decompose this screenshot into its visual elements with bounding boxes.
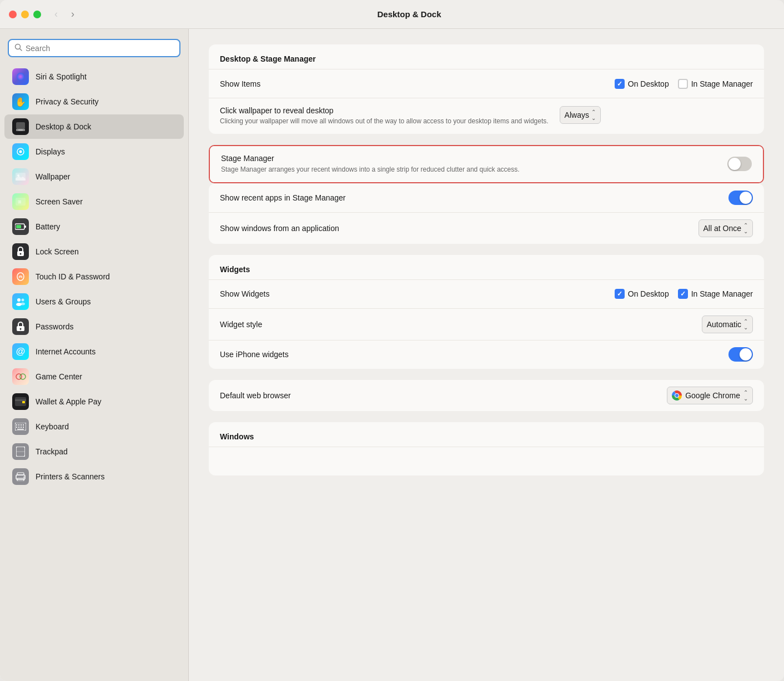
- use-iphone-widgets-row: Use iPhone widgets: [209, 340, 764, 369]
- click-wallpaper-select[interactable]: Always ⌃⌄: [560, 106, 601, 124]
- show-windows-select[interactable]: All at Once ⌃⌄: [698, 219, 753, 237]
- maximize-button[interactable]: [33, 11, 41, 18]
- widget-style-arrows-icon: ⌃⌄: [743, 318, 748, 331]
- svg-rect-35: [16, 427, 17, 428]
- windows-section-header: Windows: [209, 422, 764, 447]
- search-box[interactable]: [8, 39, 180, 57]
- stage-manager-row: Stage Manager Stage Manager arranges you…: [210, 146, 763, 182]
- on-desktop-checkbox[interactable]: [615, 79, 625, 89]
- stage-manager-text: Stage Manager Stage Manager arranges you…: [221, 154, 716, 174]
- svg-point-16: [20, 253, 22, 255]
- click-wallpaper-label: Click wallpaper to reveal desktop: [220, 106, 549, 115]
- stage-manager-toggle[interactable]: [727, 157, 752, 171]
- game-center-icon: [12, 368, 29, 385]
- titlebar: ‹ › Desktop & Dock: [0, 0, 784, 29]
- select-arrows-icon: ⌃⌄: [591, 109, 596, 121]
- widgets-section: Widgets Show Widgets On Desktop In Stage: [209, 255, 764, 369]
- sidebar-item-touch-id-password[interactable]: Touch ID & Password: [4, 264, 184, 289]
- svg-rect-28: [15, 399, 26, 401]
- widgets-in-stage-manager-checkbox[interactable]: [678, 289, 688, 299]
- click-wallpaper-sublabel: Clicking your wallpaper will move all wi…: [220, 117, 549, 126]
- window-title: Desktop & Dock: [88, 9, 731, 19]
- sidebar-item-printers-scanners[interactable]: Printers & Scanners: [4, 464, 184, 489]
- svg-point-2: [17, 73, 24, 81]
- show-windows-label: Show windows from an application: [220, 224, 698, 233]
- show-widgets-label: Show Widgets: [220, 289, 615, 298]
- sidebar-item-desktop-dock[interactable]: Desktop & Dock: [4, 114, 184, 139]
- sidebar-item-label: Printers & Scanners: [36, 472, 105, 481]
- sidebar-item-game-center[interactable]: Game Center: [4, 364, 184, 389]
- battery-icon: [12, 218, 29, 235]
- minimize-button[interactable]: [21, 11, 29, 18]
- system-preferences-window: ‹ › Desktop & Dock: [0, 0, 784, 681]
- default-browser-select[interactable]: Google Chrome ⌃⌄: [667, 387, 753, 404]
- wallpaper-icon: [12, 168, 29, 185]
- svg-rect-24: [21, 329, 21, 331]
- passwords-icon: [12, 318, 29, 335]
- default-browser-row: Default web browser: [209, 380, 764, 411]
- close-button[interactable]: [9, 11, 17, 18]
- screen-saver-icon: ⊞: [12, 193, 29, 210]
- widget-style-select[interactable]: Automatic ⌃⌄: [702, 316, 753, 333]
- svg-text:⊞: ⊞: [18, 199, 22, 204]
- svg-rect-34: [23, 424, 24, 425]
- widget-style-row: Widget style Automatic ⌃⌄: [209, 308, 764, 340]
- sidebar-item-keyboard[interactable]: Keyboard: [4, 414, 184, 439]
- search-input[interactable]: [26, 44, 174, 53]
- sidebar-item-siri-spotlight[interactable]: Siri & Spotlight: [4, 64, 184, 89]
- show-widgets-controls: On Desktop In Stage Manager: [615, 289, 753, 299]
- sidebar-item-trackpad[interactable]: Trackpad: [4, 439, 184, 464]
- show-widgets-row: Show Widgets On Desktop In Stage Manager: [209, 279, 764, 308]
- sidebar-item-lock-screen[interactable]: Lock Screen: [4, 239, 184, 264]
- sidebar-item-label: Game Center: [36, 372, 82, 381]
- displays-icon: [12, 143, 29, 160]
- default-browser-inner: Default web browser: [209, 380, 764, 411]
- svg-rect-37: [21, 427, 22, 428]
- svg-point-21: [21, 303, 25, 306]
- forward-button[interactable]: ›: [67, 8, 79, 21]
- sidebar-item-users-groups[interactable]: Users & Groups: [4, 289, 184, 314]
- in-stage-manager-checkbox[interactable]: [678, 79, 688, 89]
- click-wallpaper-text: Click wallpaper to reveal desktop Clicki…: [220, 106, 549, 126]
- sidebar-item-wallet-apple-pay[interactable]: Wallet & Apple Pay: [4, 389, 184, 414]
- sidebar-item-label: Wallet & Apple Pay: [36, 397, 102, 406]
- sidebar-item-displays[interactable]: Displays: [4, 139, 184, 164]
- search-icon: [14, 43, 22, 53]
- show-items-row: Show Items On Desktop In Stage Manager: [209, 69, 764, 98]
- search-container: [0, 36, 188, 64]
- windows-section: Windows: [209, 422, 764, 475]
- svg-point-48: [675, 394, 679, 397]
- desktop-dock-icon: [12, 118, 29, 135]
- show-recent-apps-wrapper: Show recent apps in Stage Manager Show w…: [209, 183, 764, 244]
- svg-rect-43: [17, 473, 24, 475]
- show-items-controls: On Desktop In Stage Manager: [615, 79, 753, 89]
- windows-inner: Windows: [209, 422, 764, 475]
- show-recent-apps-toggle[interactable]: [728, 191, 753, 205]
- sidebar-item-passwords[interactable]: Passwords: [4, 314, 184, 339]
- show-recent-apps-row: Show recent apps in Stage Manager: [209, 183, 764, 212]
- stage-manager-description: Stage Manager arranges your recent windo…: [221, 165, 716, 174]
- sidebar-item-label: Internet Accounts: [36, 347, 96, 356]
- svg-point-19: [22, 299, 24, 302]
- sidebar-item-battery[interactable]: Battery: [4, 214, 184, 239]
- sidebar-item-screen-saver[interactable]: ⊞ Screen Saver: [4, 189, 184, 214]
- default-browser-controls: Google Chrome ⌃⌄: [667, 387, 753, 404]
- widgets-on-desktop-checkbox[interactable]: [615, 289, 625, 299]
- chrome-icon: [672, 390, 682, 400]
- sidebar-item-label: Users & Groups: [36, 297, 91, 306]
- default-browser-label: Default web browser: [220, 391, 667, 400]
- svg-point-26: [20, 374, 26, 379]
- on-desktop-checkbox-item: On Desktop: [615, 79, 669, 89]
- sidebar-item-internet-accounts[interactable]: @ Internet Accounts: [4, 339, 184, 364]
- sidebar-item-wallpaper[interactable]: Wallpaper: [4, 164, 184, 189]
- back-button[interactable]: ‹: [50, 8, 62, 21]
- sidebar: Siri & Spotlight ✋ Privacy & Security De…: [0, 29, 189, 681]
- svg-rect-5: [18, 129, 23, 131]
- browser-arrows-icon: ⌃⌄: [743, 389, 748, 402]
- sidebar-item-privacy-security[interactable]: ✋ Privacy & Security: [4, 89, 184, 114]
- use-iphone-widgets-toggle[interactable]: [728, 347, 753, 362]
- svg-rect-32: [18, 424, 19, 425]
- keyboard-icon: [12, 418, 29, 435]
- svg-rect-33: [21, 424, 22, 425]
- spacer1: [209, 244, 764, 255]
